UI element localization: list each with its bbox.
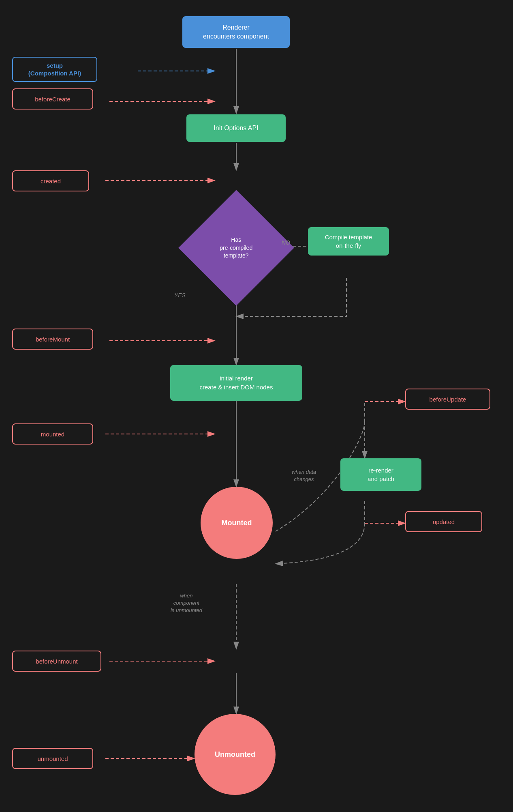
when-data-changes-label: when data changes [280,468,328,483]
beforemount-node: beforeMount [12,329,93,350]
unmounted-circle: Unmounted [195,714,276,795]
updated-node: updated [405,511,482,532]
renderer-node: Renderer encounters component [182,16,290,48]
setup-node: setup (Composition API) [12,57,97,82]
rerender-patch-node: re-render and patch [340,458,421,491]
diagram-container: Renderer encounters component setup (Com… [0,0,513,812]
mounted-circle: Mounted [201,487,273,559]
beforecreate-node: beforeCreate [12,88,93,110]
yes-label: YES [174,292,186,299]
no-label: NO [282,239,290,246]
init-options-node: Init Options API [186,114,286,142]
has-template-node: Has pre-compiled template? [178,190,294,306]
created-node: created [12,170,89,191]
initial-render-node: initial render create & insert DOM nodes [170,365,302,401]
unmounted-hook-node: unmounted [12,748,93,769]
compile-template-node: Compile template on-the-fly [308,227,389,256]
when-unmounted-label: when component is unmounted [158,592,215,614]
beforeupdate-node: beforeUpdate [405,389,490,410]
mounted-hook-node: mounted [12,423,93,445]
beforeunmount-node: beforeUnmount [12,651,101,672]
